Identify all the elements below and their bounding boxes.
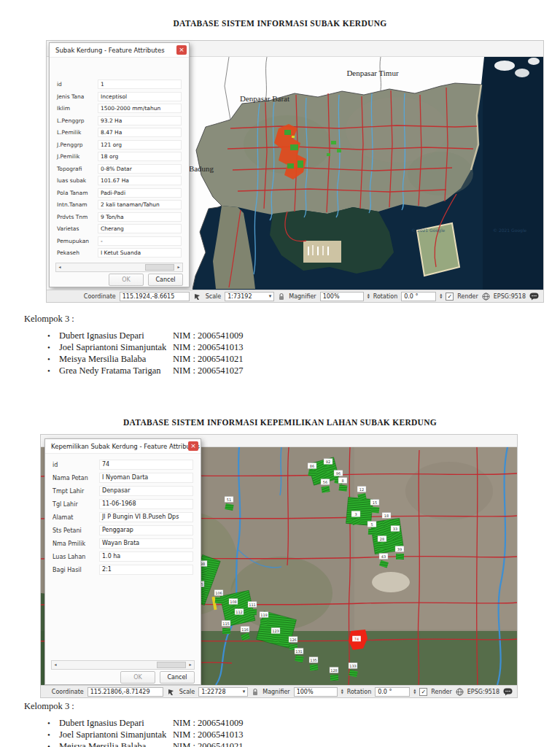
cancel-button[interactable]: Cancel (148, 274, 183, 286)
coordinate-extent-toggle-icon[interactable] (193, 293, 202, 301)
messages-bubble-icon[interactable] (529, 293, 539, 301)
scale-label: Scale (206, 293, 222, 300)
scrollbar-thumb[interactable] (145, 264, 174, 271)
attribute-value-field[interactable]: 93.2 Ha (98, 116, 182, 125)
messages-bubble-icon[interactable] (503, 688, 513, 696)
parcel-polygon[interactable] (249, 609, 257, 616)
rotation-input[interactable]: 0.0 ° (401, 292, 436, 301)
scale-combobox[interactable]: 1:22728 ▾ (198, 687, 248, 697)
member-name: Joel Sapriantoni Simanjuntak (59, 729, 173, 740)
lock-scale-icon[interactable] (278, 293, 285, 301)
close-icon[interactable]: × (188, 441, 198, 451)
attribute-value-field[interactable]: Padi-Padi (98, 188, 182, 198)
member-nim: NIM : 2006541013 (173, 342, 244, 353)
dialog-titlebar[interactable]: Subak Kerdung - Feature Attributes × (50, 43, 189, 58)
chevron-down-icon[interactable]: ▾ (243, 688, 246, 696)
magnifier-input[interactable]: 100% (320, 292, 364, 301)
attribute-value-field[interactable]: Jl P Bungin VI B.Puseh Dps (99, 512, 193, 522)
parcel-polygon[interactable] (321, 486, 330, 493)
parcel-label: 119 (260, 613, 268, 617)
map-attribution: © 2021 Google (411, 228, 446, 233)
parcel-polygon[interactable] (260, 619, 268, 625)
attribute-value-field[interactable]: 2:1 (99, 565, 193, 575)
attribute-value-field[interactable]: 1500-2000 mm/tahun (98, 104, 182, 113)
horizontal-scrollbar[interactable]: ◂ ▸ (55, 263, 183, 272)
scroll-left-icon[interactable]: ◂ (56, 263, 63, 271)
status-bar: Coordinate 115.1924,-8.6615 Scale 1:7319… (47, 290, 543, 302)
parcel-polygon[interactable] (310, 664, 319, 670)
parcel-polygon[interactable] (222, 628, 230, 634)
attribute-value-field[interactable]: Inceptisol (98, 92, 182, 101)
horizontal-scrollbar[interactable]: ◂ ▸ (51, 660, 195, 670)
chevron-down-icon[interactable]: ▾ (269, 293, 272, 301)
render-checkbox[interactable]: ✓ (446, 293, 454, 301)
parcel-polygon[interactable] (338, 484, 347, 491)
member-name: Grea Nedy Fratama Tarigan (59, 365, 173, 376)
attribute-value-field[interactable]: 1 (98, 80, 182, 89)
bullet-icon: • (47, 343, 59, 352)
attribute-label: Tmpt Lahir (52, 488, 99, 495)
group-section: Kelompok 3 : •Dubert Ignasius DepariNIM … (24, 314, 359, 376)
crs-globe-icon[interactable] (456, 688, 464, 696)
ok-button[interactable]: OK (120, 671, 155, 684)
attribute-value-field[interactable]: 18 org (98, 152, 182, 161)
attribute-value-field[interactable]: I Ketut Suanda (98, 248, 182, 258)
dialog-titlebar[interactable]: Kepemilikan Subak Kerdung - Feature Attr… (45, 439, 201, 454)
attribute-value-field[interactable]: 8.47 Ha (98, 128, 182, 137)
attribute-value-field[interactable]: 74 (99, 460, 193, 470)
epsg-status[interactable]: EPSG:9518 (494, 293, 526, 300)
attribute-value-field[interactable]: 1.0 ha (99, 551, 193, 562)
magnifier-label: Magnifier (262, 689, 289, 695)
attribute-value-field[interactable]: Wayan Brata (99, 538, 193, 549)
attribute-value-field[interactable]: Penggarap (99, 525, 193, 535)
attribute-value-field[interactable]: 0-8% Datar (98, 164, 182, 174)
close-icon[interactable]: × (176, 45, 187, 55)
rotation-spinner[interactable]: ▲▼ (440, 293, 442, 299)
parcel-polygon[interactable] (396, 554, 404, 560)
page-title-2: DATABASE SISTEM INFORMASI KEPEMILIKAN LA… (0, 418, 560, 427)
attribute-value-field[interactable]: 2 kali tanaman/Tahun (98, 200, 182, 209)
magnifier-input[interactable]: 100% (294, 687, 338, 697)
coordinate-input[interactable]: 115.21806,-8.71429 (88, 687, 163, 697)
attribute-value-field[interactable]: Denpasar (99, 486, 193, 496)
attribute-value-field[interactable]: 9 Ton/ha (98, 212, 182, 222)
attribute-value-field[interactable]: 121 org (98, 140, 182, 150)
coordinate-input[interactable]: 115.1924,-8.6615 (120, 292, 190, 301)
qgis-window-kepemilikan: 2124262931343638414446485355586163656881… (40, 434, 518, 698)
magnifier-spinner[interactable]: ▲▼ (368, 293, 370, 299)
attribute-value-field[interactable]: Cherang (98, 224, 182, 233)
cancel-button[interactable]: Cancel (160, 671, 195, 684)
attribute-value-field[interactable]: 101.67 Ha (98, 176, 182, 185)
ok-button[interactable]: OK (109, 274, 144, 286)
scroll-right-icon[interactable]: ▸ (187, 661, 194, 669)
crs-globe-icon[interactable] (482, 293, 490, 301)
feature-attributes-dialog-subak: Subak Kerdung - Feature Attributes × id1… (49, 42, 190, 287)
parcel-polygon[interactable] (215, 597, 224, 604)
attribute-value-field[interactable]: - (98, 236, 182, 246)
attribute-value-field[interactable]: I Nyoman Darta (99, 473, 193, 483)
bullet-icon: • (47, 719, 59, 727)
scrollbar-thumb[interactable] (157, 662, 186, 668)
parcel-polygon[interactable] (324, 465, 333, 472)
coordinate-extent-toggle-icon[interactable] (167, 688, 176, 696)
attribute-label: Pekaseh (57, 249, 98, 256)
epsg-status[interactable]: EPSG:9518 (467, 689, 499, 695)
scale-combobox[interactable]: 1:73192 ▾ (225, 292, 274, 301)
parcel-polygon[interactable] (378, 543, 386, 549)
parcel-polygon[interactable] (371, 506, 380, 513)
rotation-input[interactable]: 0.0 ° (375, 687, 410, 697)
render-checkbox[interactable]: ✓ (419, 688, 427, 696)
scrollbar-track[interactable] (59, 661, 187, 669)
rotation-spinner[interactable]: ▲▼ (413, 689, 416, 694)
lock-scale-icon[interactable] (252, 688, 259, 696)
scroll-right-icon[interactable]: ▸ (175, 263, 182, 271)
attribute-label: Tgl Lahir (52, 501, 99, 508)
parcel-polygon[interactable] (330, 675, 338, 681)
attribute-row: Nama PetanI Nyoman Darta (52, 473, 193, 483)
attribute-value-field[interactable]: 11-06-1968 (99, 499, 193, 509)
member-name: Meisya Mersilia Balaba (59, 354, 173, 365)
scroll-left-icon[interactable]: ◂ (52, 661, 59, 669)
parcel-polygon[interactable] (368, 529, 377, 535)
magnifier-spinner[interactable]: ▲▼ (341, 689, 343, 694)
scrollbar-track[interactable] (63, 263, 175, 271)
